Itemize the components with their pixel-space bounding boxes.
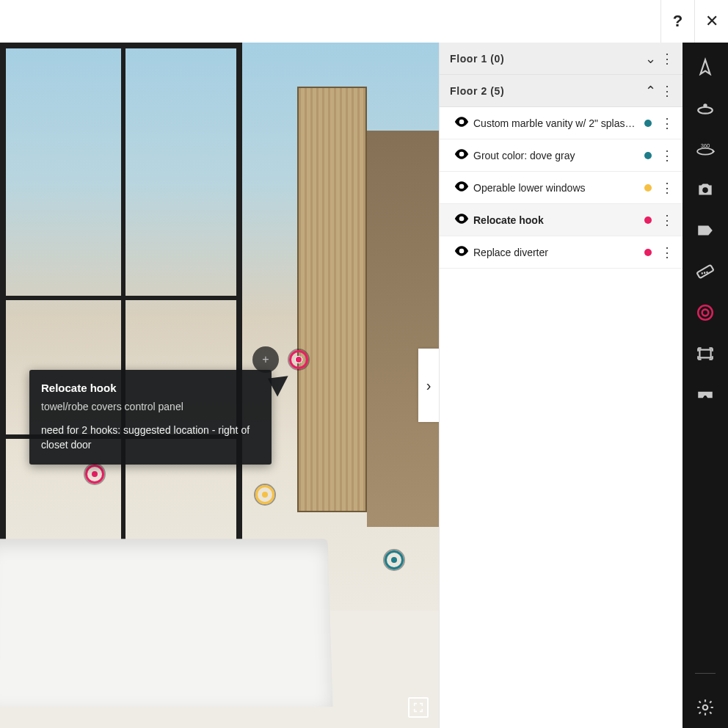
chevron-up-icon[interactable]: ⌃ xyxy=(641,83,659,99)
tooltip-subtitle: towel/robe covers control panel xyxy=(41,399,260,414)
scene-bathtub xyxy=(0,539,333,707)
tooltip-arrow xyxy=(268,370,294,397)
color-swatch xyxy=(644,152,652,159)
visibility-icon[interactable] xyxy=(454,244,473,260)
note-label: Operable lower windows xyxy=(473,182,644,194)
svg-text:360: 360 xyxy=(701,142,710,149)
visibility-icon[interactable] xyxy=(454,212,473,228)
scene-window xyxy=(0,43,242,549)
floor-header[interactable]: Floor 1 (0)⌄⋮ xyxy=(440,43,682,75)
visibility-icon[interactable] xyxy=(454,115,473,131)
kebab-icon[interactable]: ⋮ xyxy=(659,51,675,67)
tooltip-body: need for 2 hooks: suggested location - r… xyxy=(41,423,260,453)
hotspot-replace-diverter[interactable] xyxy=(85,465,104,484)
hotspot-operable-windows[interactable] xyxy=(255,485,274,504)
floor-header[interactable]: Floor 2 (5)⌃⋮ xyxy=(440,75,682,107)
close-button[interactable]: ✕ xyxy=(694,0,728,43)
tool-rail: 360 xyxy=(682,43,728,728)
note-row[interactable]: Grout color: dove gray⋮ xyxy=(440,139,682,172)
hotspot-relocate-hook[interactable] xyxy=(289,350,308,369)
svg-point-0 xyxy=(698,107,713,114)
labels-icon[interactable] xyxy=(695,220,716,241)
note-label: Replace diverter xyxy=(473,247,644,258)
settings-icon[interactable] xyxy=(695,697,716,718)
note-row[interactable]: Replace diverter⋮ xyxy=(440,236,682,269)
kebab-icon[interactable]: ⋮ xyxy=(659,212,675,228)
kebab-icon[interactable]: ⋮ xyxy=(659,83,675,99)
svg-point-7 xyxy=(702,310,709,316)
svg-point-6 xyxy=(698,305,713,320)
chevron-down-icon[interactable]: ⌄ xyxy=(641,51,659,67)
note-row[interactable]: Custom marble vanity w/ 2" splash…⋮ xyxy=(440,107,682,139)
add-note-hotspot[interactable]: + xyxy=(252,346,279,373)
floor-title: Floor 2 (5) xyxy=(450,85,641,97)
color-swatch xyxy=(644,184,652,192)
svg-point-4 xyxy=(702,187,708,193)
floorplan-icon[interactable] xyxy=(695,97,716,117)
kebab-icon[interactable]: ⋮ xyxy=(659,115,675,131)
note-row[interactable]: Relocate hook⋮ xyxy=(440,204,682,236)
scene-door xyxy=(297,87,367,512)
hotspot-marble-vanity[interactable] xyxy=(385,550,404,569)
notes-icon[interactable] xyxy=(695,302,716,323)
note-tooltip: Relocate hook towel/robe covers control … xyxy=(29,370,272,465)
topbar: ? ✕ xyxy=(660,0,728,43)
svg-rect-8 xyxy=(699,350,710,358)
kebab-icon[interactable]: ⋮ xyxy=(659,180,675,196)
note-row[interactable]: Operable lower windows⋮ xyxy=(440,172,682,204)
notes-panel: Floor 1 (0)⌄⋮Floor 2 (5)⌃⋮Custom marble … xyxy=(439,43,682,728)
visibility-icon[interactable] xyxy=(454,148,473,163)
kebab-icon[interactable]: ⋮ xyxy=(659,148,675,164)
visibility-icon[interactable] xyxy=(454,180,473,195)
panel-collapse-button[interactable]: › xyxy=(418,349,439,422)
svg-point-1 xyxy=(704,104,706,106)
svg-point-2 xyxy=(697,148,713,155)
note-label: Grout color: dove gray xyxy=(473,150,644,161)
svg-rect-5 xyxy=(696,265,713,278)
tooltip-title: Relocate hook xyxy=(41,380,260,396)
fullscreen-button[interactable] xyxy=(408,697,429,718)
note-label: Relocate hook xyxy=(473,214,644,226)
color-swatch xyxy=(644,120,652,127)
trim-icon[interactable] xyxy=(695,343,716,364)
svg-point-9 xyxy=(703,705,708,710)
vr-icon[interactable] xyxy=(695,385,716,405)
photos-icon[interactable] xyxy=(695,179,716,200)
color-swatch xyxy=(644,216,652,224)
rail-divider xyxy=(695,673,716,674)
color-swatch xyxy=(644,249,652,256)
start-location-icon[interactable] xyxy=(695,56,716,76)
scene-viewport[interactable]: + Relocate hook towel/robe covers contro… xyxy=(0,43,439,728)
help-button[interactable]: ? xyxy=(660,0,694,43)
note-label: Custom marble vanity w/ 2" splash… xyxy=(473,117,644,129)
floor-title: Floor 1 (0) xyxy=(450,53,641,65)
kebab-icon[interactable]: ⋮ xyxy=(659,244,675,261)
measure-icon[interactable] xyxy=(695,261,716,282)
app-root: ? ✕ 360 xyxy=(0,0,728,728)
view-360-icon[interactable]: 360 xyxy=(695,138,716,159)
scene-adjacent-room xyxy=(367,131,439,527)
